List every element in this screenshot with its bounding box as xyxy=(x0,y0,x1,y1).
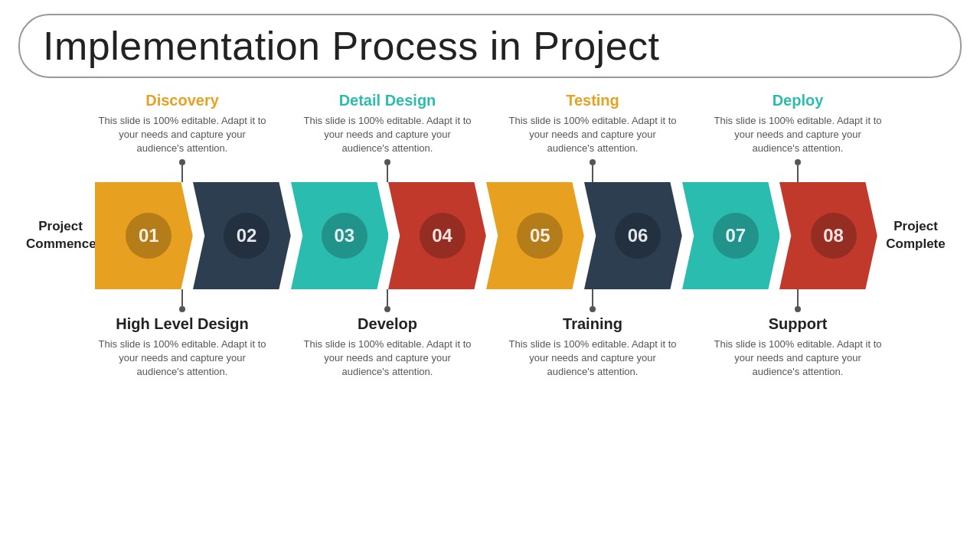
develop-title: Develop xyxy=(303,315,472,333)
discovery-desc: This slide is 100% editable. Adapt it to… xyxy=(98,114,266,156)
arrow-row: ProjectCommence 0102030405060708 Project… xyxy=(18,182,962,289)
page: Implementation Process in Project Discov… xyxy=(0,0,980,551)
chevron-wrap-03: 03 xyxy=(291,182,389,289)
step-number-01: 01 xyxy=(126,213,172,259)
discovery-title: Discovery xyxy=(98,92,266,109)
detail-design-desc: This slide is 100% editable. Adapt it to… xyxy=(303,114,472,156)
detail-design-title: Detail Design xyxy=(303,92,472,109)
chevron-wrap-02: 02 xyxy=(193,182,291,289)
chevron-wrap-07: 07 xyxy=(682,182,780,289)
develop-desc: This slide is 100% editable. Adapt it to… xyxy=(303,337,472,380)
line-04 xyxy=(387,289,388,306)
deploy-title: Deploy xyxy=(714,92,882,109)
connector-04 xyxy=(303,289,472,312)
label-discovery: Discovery This slide is 100% editable. A… xyxy=(98,92,266,156)
dot-01 xyxy=(179,159,185,165)
chevron-wrap-05: 05 xyxy=(486,182,584,289)
training-desc: This slide is 100% editable. Adapt it to… xyxy=(508,337,677,380)
chevron-wrap-01: 01 xyxy=(95,182,193,289)
dot-06 xyxy=(590,306,596,312)
line-07 xyxy=(797,165,799,182)
label-detail-design: Detail Design This slide is 100% editabl… xyxy=(303,92,472,156)
connector-06 xyxy=(508,289,677,312)
connector-01 xyxy=(98,159,266,182)
bottom-labels-row: High Level Design This slide is 100% edi… xyxy=(18,315,962,380)
dot-05 xyxy=(590,159,596,165)
dot-08 xyxy=(795,306,801,312)
arrows-container: 0102030405060708 xyxy=(95,182,877,289)
dot-07 xyxy=(795,159,801,165)
high-level-design-desc: This slide is 100% editable. Adapt it to… xyxy=(98,337,266,380)
connector-07 xyxy=(714,159,882,182)
step-number-04: 04 xyxy=(420,213,466,259)
connector-02 xyxy=(98,289,266,312)
connector-05 xyxy=(508,159,677,182)
step-number-06: 06 xyxy=(615,213,661,259)
label-training: Training This slide is 100% editable. Ad… xyxy=(508,315,677,380)
line-03 xyxy=(387,165,388,182)
deploy-desc: This slide is 100% editable. Adapt it to… xyxy=(714,114,882,156)
bottom-connectors xyxy=(18,289,962,312)
support-desc: This slide is 100% editable. Adapt it to… xyxy=(714,337,882,380)
page-title: Implementation Process in Project xyxy=(43,23,660,69)
line-01 xyxy=(181,165,183,182)
dot-04 xyxy=(384,306,390,312)
step-number-08: 08 xyxy=(811,213,857,259)
label-support: Support This slide is 100% editable. Ada… xyxy=(714,315,882,380)
line-08 xyxy=(797,289,799,306)
line-02 xyxy=(181,289,183,306)
label-develop: Develop This slide is 100% editable. Ada… xyxy=(303,315,472,380)
label-testing: Testing This slide is 100% editable. Ada… xyxy=(508,92,677,156)
project-commence-label: ProjectCommence xyxy=(26,218,95,252)
chevron-wrap-06: 06 xyxy=(584,182,682,289)
testing-title: Testing xyxy=(508,92,677,109)
dot-03 xyxy=(384,159,390,165)
line-06 xyxy=(592,289,593,306)
chevron-wrap-04: 04 xyxy=(388,182,486,289)
label-deploy: Deploy This slide is 100% editable. Adap… xyxy=(714,92,882,156)
line-05 xyxy=(592,165,593,182)
label-high-level-design: High Level Design This slide is 100% edi… xyxy=(98,315,266,380)
dot-02 xyxy=(179,306,185,312)
title-box: Implementation Process in Project xyxy=(18,14,962,78)
step-number-07: 07 xyxy=(713,213,759,259)
top-connectors xyxy=(18,159,962,182)
training-title: Training xyxy=(508,315,677,333)
step-number-03: 03 xyxy=(322,213,368,259)
connector-08 xyxy=(714,289,882,312)
chevron-wrap-08: 08 xyxy=(779,182,877,289)
high-level-design-title: High Level Design xyxy=(98,315,266,333)
testing-desc: This slide is 100% editable. Adapt it to… xyxy=(508,114,677,156)
top-labels-row: Discovery This slide is 100% editable. A… xyxy=(18,92,962,156)
step-number-02: 02 xyxy=(224,213,270,259)
support-title: Support xyxy=(714,315,882,333)
connector-03 xyxy=(303,159,472,182)
step-number-05: 05 xyxy=(517,213,563,259)
project-complete-label: ProjectComplete xyxy=(877,218,954,252)
